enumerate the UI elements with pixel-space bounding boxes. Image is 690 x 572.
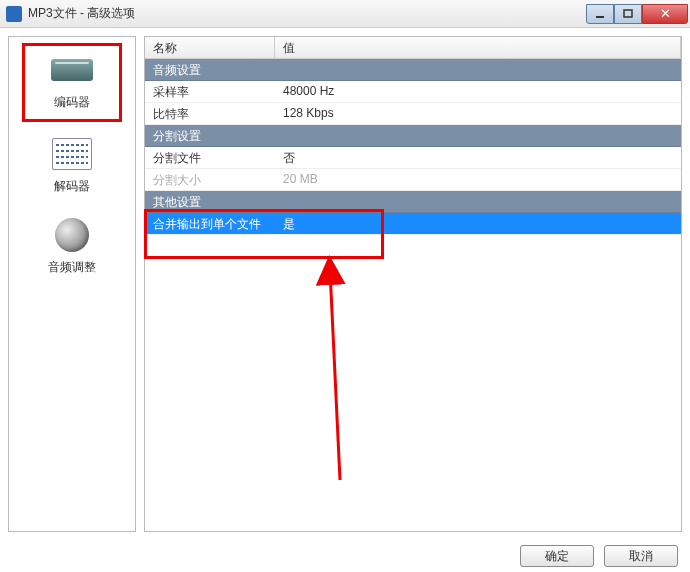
app-icon	[6, 6, 22, 22]
cell-name: 比特率	[145, 103, 275, 124]
sidebar: 编码器 解码器 音频调整	[8, 36, 136, 532]
minimize-button[interactable]	[586, 4, 614, 24]
sidebar-item-encoder[interactable]: 编码器	[22, 43, 122, 122]
cancel-button[interactable]: 取消	[604, 545, 678, 567]
cell-value: 48000 Hz	[275, 81, 681, 102]
cell-name: 采样率	[145, 81, 275, 102]
settings-panel: 名称 值 音频设置 采样率 48000 Hz 比特率 128 Kbps 分割设置…	[144, 36, 682, 532]
sidebar-item-label: 音频调整	[48, 259, 96, 276]
cell-name: 分割大小	[145, 169, 275, 190]
header-value: 值	[275, 37, 681, 58]
cell-value: 128 Kbps	[275, 103, 681, 124]
ok-button[interactable]: 确定	[520, 545, 594, 567]
row-splitfile[interactable]: 分割文件 否	[145, 147, 681, 169]
row-bitrate[interactable]: 比特率 128 Kbps	[145, 103, 681, 125]
row-samplerate[interactable]: 采样率 48000 Hz	[145, 81, 681, 103]
dialog-footer: 确定 取消	[0, 540, 690, 572]
cell-name: 分割文件	[145, 147, 275, 168]
svg-rect-0	[596, 16, 604, 18]
speaker-icon	[49, 217, 95, 253]
highlight-wrap: 合并输出到单个文件 是	[145, 213, 681, 235]
maximize-button[interactable]	[614, 4, 642, 24]
cell-name: 合并输出到单个文件	[145, 213, 275, 234]
row-merge-output[interactable]: 合并输出到单个文件 是	[145, 213, 681, 235]
cell-value: 20 MB	[275, 169, 681, 190]
cell-value: 是	[275, 213, 681, 234]
content-area: 编码器 解码器 音频调整 名称 值 音频设置 采样率 48000 Hz 比特率 …	[0, 28, 690, 540]
section-split: 分割设置	[145, 125, 681, 147]
title-bar: MP3文件 - 高级选项 ✕	[0, 0, 690, 28]
window-controls: ✕	[586, 4, 688, 24]
encoder-icon	[49, 52, 95, 88]
header-name: 名称	[145, 37, 275, 58]
sidebar-item-label: 解码器	[54, 178, 90, 195]
sidebar-item-label: 编码器	[54, 94, 90, 111]
close-button[interactable]: ✕	[642, 4, 688, 24]
sidebar-item-audio-adjust[interactable]: 音频调整	[22, 211, 122, 284]
row-splitsize: 分割大小 20 MB	[145, 169, 681, 191]
sidebar-item-decoder[interactable]: 解码器	[22, 130, 122, 203]
window-title: MP3文件 - 高级选项	[28, 5, 586, 22]
svg-rect-1	[624, 10, 632, 17]
section-audio: 音频设置	[145, 59, 681, 81]
decoder-icon	[49, 136, 95, 172]
cell-value: 否	[275, 147, 681, 168]
section-other: 其他设置	[145, 191, 681, 213]
table-header: 名称 值	[145, 37, 681, 59]
